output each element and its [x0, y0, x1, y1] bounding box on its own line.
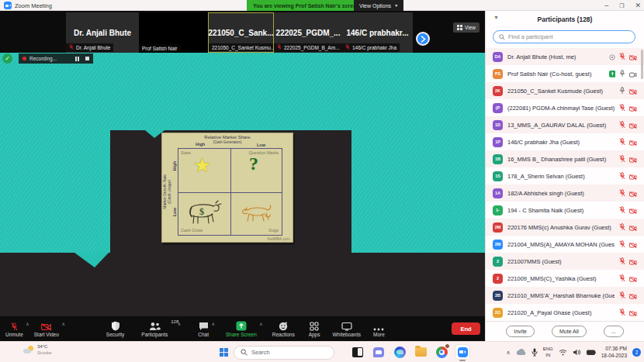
chevron-up-icon[interactable]: ∧: [212, 321, 215, 326]
toolbar-start-video-button[interactable]: Start Video∧: [29, 316, 64, 341]
video-thumbnail[interactable]: Prof Satish Nair: [139, 12, 208, 53]
participant-row[interactable]: (P(222081) PGDM-A chinmayi Tase (Guest): [486, 99, 644, 116]
participant-row[interactable]: 2M220176 MMS(c) Anushka Gurav (Guest): [486, 219, 644, 236]
share-screen-icon: [236, 321, 247, 331]
participant-row[interactable]: 2221007MMS (Guest): [486, 253, 644, 270]
video-thumbnail[interactable]: 221050_C_Sank...221050_C_Sanket Kusmu...: [208, 12, 274, 53]
toolbar-unmute-button[interactable]: Unmute∧: [0, 316, 29, 341]
participant-name: 221004_MMS(A)_AMAYA MOHAN (Guest): [507, 241, 615, 248]
tray-mic-icon[interactable]: [531, 348, 538, 357]
toolbar-more-button[interactable]: More: [368, 316, 390, 341]
chat-bubble-icon: [199, 321, 209, 331]
toolbar-share-screen-button[interactable]: Share Screen∧: [220, 316, 262, 341]
zoom-app-icon[interactable]: [455, 345, 469, 359]
find-participant-input[interactable]: Find a participant: [493, 30, 635, 43]
wifi-icon[interactable]: [559, 349, 567, 356]
minimize-button[interactable]: –: [604, 2, 608, 9]
chevron-up-icon[interactable]: ∧: [61, 321, 64, 326]
thumbnail-name-tag: Dr. Anjali Bhute: [66, 43, 113, 52]
mic-muted-icon: [619, 203, 625, 217]
window-titlebar: Zoom Meeting You are viewing Prof Satish…: [0, 0, 644, 11]
participant-name: 178_A_Sherin Selvan (Guest): [507, 173, 615, 180]
toolbar-item-label: Chat: [198, 332, 209, 337]
speaker-icon[interactable]: [573, 349, 581, 356]
mic-muted-icon: [69, 44, 74, 50]
quadrant-cash-cows-label: Cash Cows: [181, 228, 203, 233]
participant-row[interactable]: 2M221004_MMS(A)_AMAYA MOHAN (Guest): [486, 236, 644, 253]
video-thumbnail[interactable]: Dr. Anjali BhuteDr. Anjali Bhute: [66, 12, 139, 53]
video-thumbnail[interactable]: 146/C prabhakr...146/C prabhakr Jha: [342, 12, 413, 53]
mute-all-button[interactable]: Mute All: [552, 326, 587, 337]
scrollbar-thumb[interactable]: [641, 50, 643, 79]
participant-row[interactable]: DADr. Anjali Bhute (Host, me): [486, 48, 644, 65]
chevron-up-icon[interactable]: ∧: [178, 321, 181, 326]
file-explorer-icon[interactable]: [414, 345, 428, 359]
toolbar-apps-button[interactable]: Apps: [303, 316, 326, 341]
toolbar-security-button[interactable]: Security: [101, 316, 130, 341]
participant-row[interactable]: 2B221010_MMS'A'_Harshali Bharnuke (Guest…: [486, 287, 644, 304]
taskbar-search-input[interactable]: Search: [234, 346, 334, 360]
taskbar-clock[interactable]: 07:36 PM18-04-2023: [601, 346, 627, 358]
people-icon: [149, 321, 161, 331]
toolbar-reactions-button[interactable]: Reactions: [267, 316, 300, 341]
participant-avatar: 1P: [493, 137, 503, 147]
close-button[interactable]: ✕: [635, 2, 641, 9]
panel-collapse-chevron-icon[interactable]: ▼: [493, 15, 499, 20]
matrix-watermark: NetMBA.com: [268, 236, 290, 241]
panel-more-button[interactable]: ...: [604, 326, 624, 337]
participant-row[interactable]: 1D13_MMS_A_GAURAV DALAL (Guest): [486, 116, 644, 133]
chevron-up-icon[interactable]: ∧: [259, 321, 262, 326]
mic-muted-icon: [619, 118, 625, 132]
language-indicator[interactable]: ENGIN: [543, 346, 553, 357]
end-meeting-button[interactable]: End: [452, 322, 480, 335]
mic-muted-icon: [619, 101, 625, 115]
matrix-col-high-label: High: [196, 142, 205, 147]
battery-icon[interactable]: [587, 349, 596, 356]
participant-row[interactable]: 2221009_MMS(C)_Yashika (Guest): [486, 270, 644, 287]
pause-recording-button[interactable]: [75, 57, 79, 61]
zoom-logo-icon: [4, 2, 12, 9]
edge-browser-icon[interactable]: [393, 345, 407, 359]
participant-name: Prof Satish Nair (Co-host, guest): [507, 71, 604, 78]
toolbar-participants-button[interactable]: Participants128∧: [136, 316, 180, 341]
onedrive-cloud-icon[interactable]: [516, 349, 526, 356]
toolbar-chat-button[interactable]: Chat∧: [192, 316, 214, 341]
participant-avatar: 2M: [493, 240, 503, 250]
toolbar-item-label: Reactions: [272, 332, 295, 337]
participant-row[interactable]: 2G221020_A_Payal Ghase (Guest): [486, 304, 644, 321]
participant-name: (222081) PGDM-A chinmayi Tase (Guest): [507, 105, 615, 112]
smiley-icon: [279, 321, 288, 331]
participant-row[interactable]: 1S178_A_Sherin Selvan (Guest): [486, 167, 644, 184]
participant-row[interactable]: 1A182/A Abhishek singh (Guest): [486, 184, 644, 202]
participant-avatar: 2: [493, 274, 503, 284]
chrome-browser-icon[interactable]: [435, 345, 448, 359]
teams-chat-icon[interactable]: [372, 345, 386, 359]
view-options-button[interactable]: View Options ▼: [354, 0, 403, 11]
participant-row[interactable]: PSProf Satish Nair (Co-host, guest): [486, 65, 644, 82]
participant-row[interactable]: 1B16_MMS B_ Dhanashree patil (Guest): [486, 150, 644, 167]
participant-row[interactable]: 1P146/C prabhakr Jha (Guest): [486, 133, 644, 150]
participant-name: 16_MMS B_ Dhanashree patil (Guest): [507, 156, 615, 163]
whiteboard-icon: [341, 321, 352, 331]
maximize-button[interactable]: ❒: [619, 3, 624, 9]
video-off-icon: [629, 271, 637, 285]
next-page-arrow-button[interactable]: [416, 32, 430, 46]
toolbar-whiteboards-button[interactable]: Whiteboards: [327, 316, 366, 341]
participant-row[interactable]: 1-194 - C Shamita Naik (Guest): [486, 202, 644, 219]
task-view-icon[interactable]: [351, 345, 365, 359]
participant-avatar: 1D: [493, 120, 503, 130]
windows-taskbar: 34°CSmoke Search ∧ ENGIN 07:36 PM18-04-2…: [0, 341, 644, 362]
mic-muted-icon: [619, 237, 625, 251]
tray-expand-chevron-icon[interactable]: ∧: [507, 350, 511, 356]
invite-button[interactable]: Invite: [506, 326, 535, 337]
taskbar-weather-widget[interactable]: 34°CSmoke: [23, 344, 52, 356]
stop-recording-button[interactable]: [85, 57, 89, 60]
mic-muted-icon: [345, 44, 350, 50]
windows-start-button[interactable]: [220, 348, 228, 357]
notification-count-badge[interactable]: 2: [632, 348, 641, 357]
view-layout-button[interactable]: View: [453, 22, 480, 33]
participant-name: 182/A Abhishek singh (Guest): [507, 190, 615, 197]
weather-desc: Smoke: [37, 350, 52, 355]
video-thumbnail[interactable]: 222025_PGDM_...222025_PGDM_B_Am...: [274, 12, 342, 53]
participant-row[interactable]: 2K221050_C_Sanket Kusmude (Guest): [486, 82, 644, 99]
